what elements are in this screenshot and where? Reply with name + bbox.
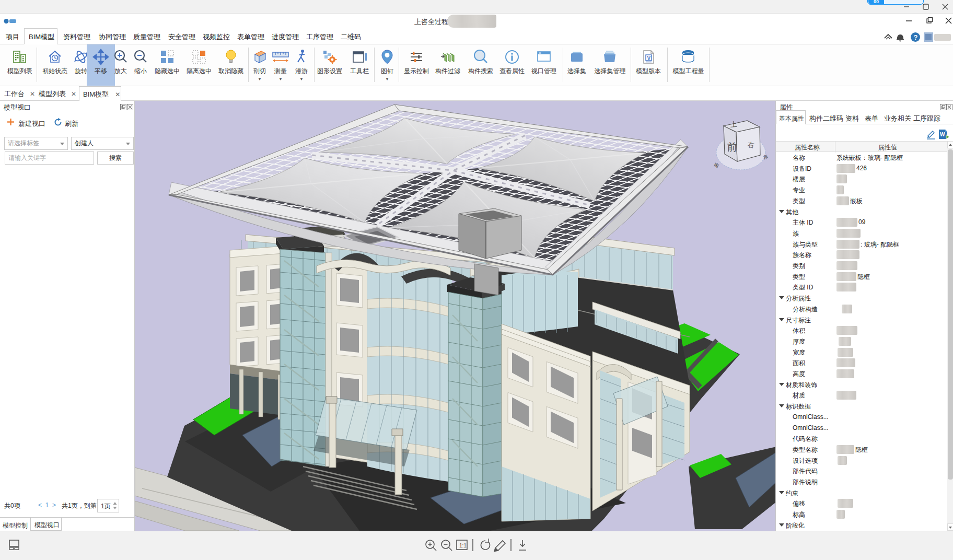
svg-text:南: 南 xyxy=(713,162,719,169)
svg-text:W: W xyxy=(940,132,945,137)
svg-text:右: 右 xyxy=(747,141,755,149)
svg-text:?: ? xyxy=(914,33,918,41)
svg-text:前: 前 xyxy=(727,141,738,153)
svg-text:V: V xyxy=(647,55,651,61)
svg-text:1:1: 1:1 xyxy=(459,543,467,549)
svg-text:上: 上 xyxy=(730,120,737,129)
